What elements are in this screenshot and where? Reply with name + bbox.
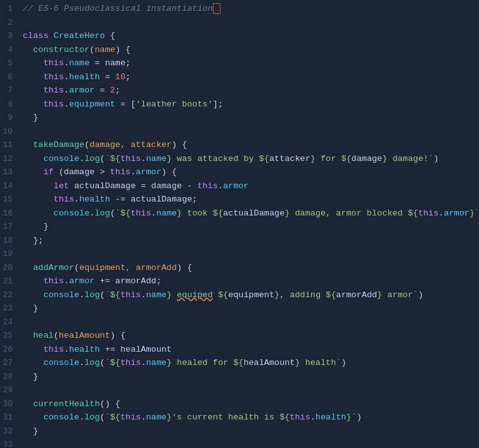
code-editor: 1 // ES-6 Pseudoclassical instantiation … xyxy=(0,0,479,448)
line-19: 19 xyxy=(0,248,479,262)
line-3: 3 class CreateHero { xyxy=(0,30,479,44)
line-5: 5 this.name = name; xyxy=(0,57,479,71)
line-14: 14 let actualDamage = damage - this.armo… xyxy=(0,180,479,194)
line-27: 27 console.log(`${this.name} healed for … xyxy=(0,357,479,371)
line-10: 10 xyxy=(0,125,479,139)
line-8: 8 this.equipment = ['leather boots']; xyxy=(0,98,479,112)
line-1: 1 // ES-6 Pseudoclassical instantiation xyxy=(0,3,479,16)
line-11: 11 takeDamage(damage, attacker) { xyxy=(0,139,479,153)
line-4: 4 constructor(name) { xyxy=(0,44,479,58)
line-13: 13 if (damage > this.armor) { xyxy=(0,166,479,180)
line-18: 18 }; xyxy=(0,234,479,248)
line-33: 33 xyxy=(0,438,479,448)
line-2: 2 xyxy=(0,16,479,30)
line-21: 21 this.armor += armorAdd; xyxy=(0,275,479,289)
line-30: 30 currentHealth() { xyxy=(0,398,479,412)
line-22: 22 console.log(`${this.name} equiped ${e… xyxy=(0,289,479,303)
line-32: 32 } xyxy=(0,425,479,439)
line-20: 20 addArmor(equipment, armorAdd) { xyxy=(0,262,479,276)
line-29: 29 xyxy=(0,384,479,398)
line-26: 26 this.health += healAmount xyxy=(0,343,479,357)
line-16: 16 console.log(`${this.name} took ${actu… xyxy=(0,207,479,221)
line-15: 15 this.health -= actualDamage; xyxy=(0,193,479,207)
line-7: 7 this.armor = 2; xyxy=(0,84,479,98)
line-24: 24 xyxy=(0,316,479,330)
line-28: 28 } xyxy=(0,371,479,385)
line-12: 12 console.log(`${this.name} was attacke… xyxy=(0,153,479,167)
line-9: 9 } xyxy=(0,112,479,125)
line-23: 23 } xyxy=(0,302,479,316)
line-17: 17 } xyxy=(0,221,479,234)
line-6: 6 this.health = 10; xyxy=(0,71,479,85)
line-25: 25 heal(healAmount) { xyxy=(0,330,479,343)
line-31: 31 console.log(`${this.name}'s current h… xyxy=(0,411,479,425)
